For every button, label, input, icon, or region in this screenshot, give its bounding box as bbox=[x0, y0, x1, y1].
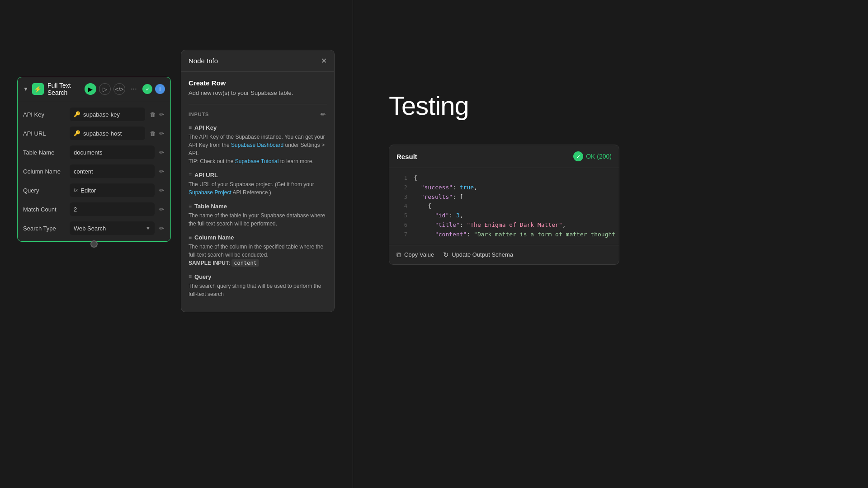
node-info-panel: Node Info ✕ Create Row Add new row(s) to… bbox=[181, 50, 335, 312]
copy-value-button[interactable]: ⧉ Copy Value bbox=[396, 251, 434, 259]
match-count-value: 2 bbox=[74, 206, 151, 213]
code-button[interactable]: </> bbox=[113, 83, 125, 95]
field-actions-match-count: ✏ bbox=[158, 205, 165, 214]
code-line-5: 5 "id": 3, bbox=[389, 211, 619, 221]
field-actions-table-name: ✏ bbox=[158, 148, 165, 157]
close-button[interactable]: ✕ bbox=[321, 56, 327, 65]
update-output-schema-button[interactable]: ↻ Update Output Schema bbox=[443, 251, 513, 259]
delete-api-url-button[interactable]: 🗑 bbox=[149, 129, 156, 138]
field-label-api-url: API URL bbox=[23, 130, 66, 137]
edit-column-name-button[interactable]: ✏ bbox=[158, 167, 165, 176]
result-header: Result ✓ OK (200) bbox=[389, 145, 619, 168]
field-column-name: Column Name content ✏ bbox=[18, 162, 170, 181]
field-api-url: API URL 🔑 supabase-host 🗑 ✏ bbox=[18, 124, 170, 143]
node-info-body: Create Row Add new row(s) to your Supaba… bbox=[181, 72, 334, 312]
node-controls: ▶ ▷ </> ··· ✓ i bbox=[85, 83, 165, 95]
node-lightning-icon: ⚡ bbox=[32, 83, 44, 95]
inputs-label: INPUTS bbox=[189, 112, 209, 117]
divider bbox=[189, 104, 327, 104]
delete-api-key-button[interactable]: 🗑 bbox=[149, 110, 156, 119]
result-code: 1 { 2 "success": true, 3 "results": [ 4 … bbox=[389, 168, 619, 245]
field-label-match-count: Match Count bbox=[23, 206, 66, 213]
field-label-column-name: Column Name bbox=[23, 168, 66, 175]
vertical-divider bbox=[353, 0, 353, 488]
field-actions-api-key: 🗑 ✏ bbox=[149, 110, 165, 119]
code-line-3: 3 "results": [ bbox=[389, 192, 619, 202]
edit-inputs-button[interactable]: ✏ bbox=[320, 110, 327, 119]
input-desc-table-name: The name of the table in your Supabase d… bbox=[189, 211, 327, 228]
field-search-type: Search Type Web Search ▼ ✏ bbox=[18, 219, 170, 238]
node-fields: API Key 🔑 supabase-key 🗑 ✏ API URL 🔑 sup… bbox=[18, 101, 170, 241]
input-name-query: ≡ Query bbox=[189, 273, 327, 280]
field-value-column-name: content bbox=[70, 164, 155, 178]
status-green-button[interactable]: ✓ bbox=[142, 84, 152, 94]
code-line-4: 4 { bbox=[389, 202, 619, 211]
equals-icon-table: ≡ bbox=[189, 203, 192, 209]
input-desc-api-key: The API Key of the Supabase instance. Yo… bbox=[189, 133, 327, 165]
supabase-dashboard-link[interactable]: Supabase Dashboard bbox=[231, 142, 283, 148]
node-connector bbox=[90, 240, 98, 248]
inputs-header: INPUTS ✏ bbox=[189, 110, 327, 119]
field-value-query: fx Editor bbox=[70, 183, 155, 197]
supabase-tutorial-link[interactable]: Supabase Tutorial bbox=[235, 158, 279, 164]
input-desc-query: The search query string that will be use… bbox=[189, 282, 327, 298]
more-options-button[interactable]: ··· bbox=[128, 83, 140, 95]
section-desc: Add new row(s) to your Supabase table. bbox=[189, 89, 327, 98]
field-value-search-type[interactable]: Web Search ▼ bbox=[70, 221, 155, 235]
result-status: ✓ OK (200) bbox=[573, 151, 612, 161]
input-item-query: ≡ Query The search query string that wil… bbox=[189, 273, 327, 298]
input-name-api-key: ≡ API Key bbox=[189, 124, 327, 131]
section-title: Create Row bbox=[189, 79, 327, 87]
field-label-query: Query bbox=[23, 187, 66, 194]
code-line-1: 1 { bbox=[389, 174, 619, 183]
node-title: Full Text Search bbox=[47, 82, 81, 96]
api-key-value: supabase-key bbox=[83, 111, 141, 118]
play-outline-button[interactable]: ▷ bbox=[99, 83, 111, 95]
supabase-project-link[interactable]: Supabase Project bbox=[189, 189, 231, 196]
edit-match-count-button[interactable]: ✏ bbox=[158, 205, 165, 214]
field-match-count: Match Count 2 ✏ bbox=[18, 200, 170, 219]
node-header: ▼ ⚡ Full Text Search ▶ ▷ </> ··· ✓ i bbox=[18, 77, 170, 101]
query-value: Editor bbox=[80, 187, 151, 194]
field-value-api-key: 🔑 supabase-key bbox=[70, 108, 145, 121]
status-text: OK (200) bbox=[586, 153, 612, 160]
equals-icon-url: ≡ bbox=[189, 172, 192, 178]
result-title: Result bbox=[396, 153, 417, 160]
field-value-api-url: 🔑 supabase-host bbox=[70, 127, 145, 140]
equals-icon-col: ≡ bbox=[189, 234, 192, 240]
field-label-api-key: API Key bbox=[23, 111, 66, 118]
input-item-column-name: ≡ Column Name The name of the column in … bbox=[189, 234, 327, 267]
fx-icon: fx bbox=[74, 187, 78, 193]
node-info-header: Node Info ✕ bbox=[181, 50, 334, 72]
info-button[interactable]: i bbox=[155, 84, 165, 94]
field-actions-column-name: ✏ bbox=[158, 167, 165, 176]
search-type-value: Web Search bbox=[74, 225, 141, 232]
field-value-match-count: 2 bbox=[70, 202, 155, 216]
field-value-table-name: documents bbox=[70, 145, 155, 159]
edit-query-button[interactable]: ✏ bbox=[158, 186, 165, 195]
key-icon-url: 🔑 bbox=[74, 130, 80, 136]
field-label-search-type: Search Type bbox=[23, 225, 66, 232]
field-label-table-name: Table Name bbox=[23, 149, 66, 156]
input-desc-api-url: The URL of your Supabase project. (Get i… bbox=[189, 180, 327, 197]
column-name-value: content bbox=[74, 168, 151, 175]
input-name-table-name: ≡ Table Name bbox=[189, 203, 327, 210]
play-button[interactable]: ▶ bbox=[85, 83, 96, 95]
status-check-icon: ✓ bbox=[573, 151, 583, 161]
edit-api-url-button[interactable]: ✏ bbox=[158, 129, 165, 138]
input-name-api-url: ≡ API URL bbox=[189, 172, 327, 178]
refresh-icon: ↻ bbox=[443, 251, 449, 259]
field-table-name: Table Name documents ✏ bbox=[18, 143, 170, 162]
input-item-table-name: ≡ Table Name The name of the table in yo… bbox=[189, 203, 327, 228]
edit-search-type-button[interactable]: ✏ bbox=[158, 224, 165, 233]
equals-icon: ≡ bbox=[189, 124, 192, 131]
key-icon: 🔑 bbox=[74, 111, 80, 117]
input-item-api-key: ≡ API Key The API Key of the Supabase in… bbox=[189, 124, 327, 165]
field-api-key: API Key 🔑 supabase-key 🗑 ✏ bbox=[18, 105, 170, 124]
edit-table-name-button[interactable]: ✏ bbox=[158, 148, 165, 157]
input-name-column-name: ≡ Column Name bbox=[189, 234, 327, 241]
edit-api-key-button[interactable]: ✏ bbox=[158, 110, 165, 119]
result-footer: ⧉ Copy Value ↻ Update Output Schema bbox=[389, 245, 619, 264]
chevron-down-icon: ▼ bbox=[146, 225, 151, 231]
chevron-down-icon[interactable]: ▼ bbox=[23, 86, 28, 92]
